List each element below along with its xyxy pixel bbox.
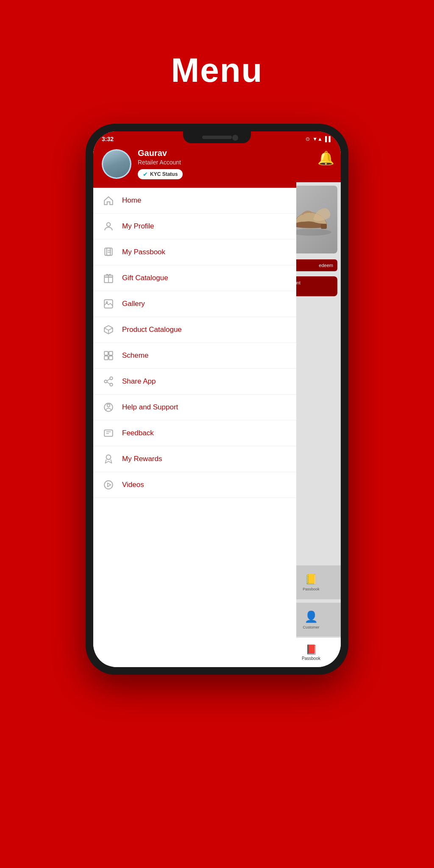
svg-line-19 — [107, 379, 110, 381]
svg-point-25 — [106, 455, 111, 459]
svg-point-17 — [110, 383, 113, 386]
svg-point-21 — [107, 404, 110, 407]
kyc-label: KYC Status — [150, 171, 178, 177]
rewards-icon — [103, 453, 114, 465]
menu-help-label: Help and Support — [122, 403, 178, 412]
menu-item-my-profile[interactable]: My Profile — [93, 214, 296, 239]
menu-list: Home My Profile — [93, 188, 296, 667]
gallery-icon — [103, 298, 114, 310]
menu-videos-label: Videos — [122, 481, 144, 489]
share-icon — [103, 376, 114, 387]
menu-item-product-catalogue[interactable]: Product Catalogue — [93, 317, 296, 343]
menu-item-videos[interactable]: Videos — [93, 472, 296, 498]
menu-passbook-label: My Passbook — [122, 248, 165, 256]
user-name: Gaurav — [138, 148, 288, 158]
menu-item-scheme[interactable]: Scheme — [93, 343, 296, 369]
svg-rect-4 — [107, 248, 112, 255]
feedback-icon — [103, 427, 114, 439]
menu-item-help-support[interactable]: Help and Support — [93, 395, 296, 420]
svg-rect-22 — [104, 430, 113, 436]
menu-item-gift-catalogue[interactable]: Gift Catalogue — [93, 265, 296, 291]
svg-marker-27 — [108, 483, 111, 487]
menu-item-my-passbook[interactable]: My Passbook — [93, 239, 296, 265]
kyc-badge[interactable]: ✔ KYC Status — [138, 169, 183, 179]
svg-point-16 — [104, 380, 107, 383]
svg-line-18 — [107, 382, 110, 384]
menu-profile-label: My Profile — [122, 222, 154, 231]
menu-item-gallery[interactable]: Gallery — [93, 291, 296, 317]
svg-rect-13 — [104, 356, 108, 360]
menu-item-my-rewards[interactable]: My Rewards — [93, 446, 296, 472]
profile-icon — [103, 220, 114, 232]
product-icon — [103, 324, 114, 336]
help-icon — [103, 401, 114, 413]
scheme-icon — [103, 350, 114, 362]
drawer-menu: Gaurav Retailer Account ✔ KYC Status — [93, 131, 296, 667]
avatar — [102, 149, 131, 179]
phone-frame: 🔔 — [86, 124, 348, 675]
svg-point-2 — [107, 223, 111, 226]
wifi-icon: ▼▲ — [312, 136, 323, 142]
gift-icon — [103, 272, 114, 284]
user-type: Retailer Account — [138, 159, 288, 166]
svg-rect-11 — [104, 351, 108, 355]
menu-item-feedback[interactable]: Feedback — [93, 420, 296, 446]
svg-point-0 — [291, 229, 331, 236]
menu-item-home[interactable]: Home — [93, 188, 296, 214]
svg-point-15 — [110, 377, 113, 380]
clock-icon: ⊙ — [306, 136, 310, 142]
menu-gift-label: Gift Catalogue — [122, 274, 168, 282]
menu-scheme-label: Scheme — [122, 351, 148, 360]
menu-share-label: Share App — [122, 377, 156, 386]
video-icon — [103, 479, 114, 491]
menu-feedback-label: Feedback — [122, 429, 154, 437]
menu-rewards-label: My Rewards — [122, 455, 162, 463]
notification-bell-icon[interactable]: 🔔 — [317, 150, 334, 166]
user-info: Gaurav Retailer Account ✔ KYC Status — [138, 148, 288, 179]
page-title: Menu — [171, 51, 263, 90]
svg-rect-1 — [321, 224, 327, 229]
home-icon — [103, 195, 114, 206]
menu-product-label: Product Catalogue — [122, 326, 182, 334]
menu-gallery-label: Gallery — [122, 300, 145, 308]
svg-rect-12 — [109, 351, 113, 355]
svg-rect-14 — [109, 356, 113, 360]
svg-rect-3 — [105, 248, 110, 255]
status-time: 3:32 — [102, 136, 114, 142]
menu-item-share-app[interactable]: Share App — [93, 369, 296, 395]
signal-icon: ▌▌ — [325, 136, 332, 142]
passbook-icon — [103, 246, 114, 258]
menu-home-label: Home — [122, 196, 141, 205]
kyc-check-icon: ✔ — [143, 171, 148, 178]
